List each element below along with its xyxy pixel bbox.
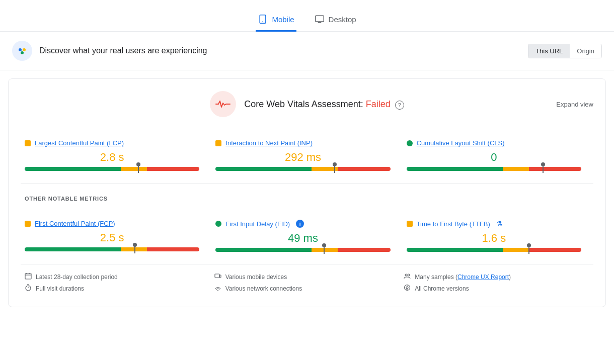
header-section: Discover what your real users are experi… <box>0 32 614 70</box>
metric-dot-cls <box>407 140 413 146</box>
metric-name-cls[interactable]: Cumulative Layout Shift (CLS) <box>417 139 505 147</box>
bar-orange-fid <box>312 248 338 252</box>
bar-green-inp <box>215 167 312 171</box>
metric-name-fid[interactable]: First Input Delay (FID) <box>225 220 290 228</box>
bar-orange-lcp <box>121 167 147 171</box>
svg-rect-2 <box>315 16 324 22</box>
progress-bar-inp <box>215 167 390 171</box>
network-icon <box>214 284 221 293</box>
metric-label-row-ttfb: Time to First Byte (TTFB)⚗ <box>407 220 581 228</box>
assessment-row: Core Web Vitals Assessment: Failed ? Exp… <box>21 79 593 121</box>
footer-col-3: Many samples (Chrome UX Report) All Chro… <box>404 272 589 293</box>
assessment-status: Failed <box>366 99 391 109</box>
this-url-button[interactable]: This URL <box>528 44 570 58</box>
info-icon[interactable]: i <box>296 220 304 228</box>
progress-bar-fid <box>215 248 390 252</box>
metric-dot-fid <box>215 221 221 227</box>
metric-label-row-fid: First Input Delay (FID)i <box>215 220 390 228</box>
bar-orange-ttfb <box>503 248 529 252</box>
metric-dot-lcp <box>25 140 31 146</box>
footer-samples-text: Many samples (Chrome UX Report) <box>415 274 511 281</box>
assessment-question-icon[interactable]: ? <box>395 101 404 110</box>
tab-bar: Mobile Desktop <box>0 0 614 32</box>
bar-marker-cls <box>543 165 544 173</box>
metric-fcp: First Contentful Paint (FCP) 2.5 s <box>21 212 211 260</box>
expand-view-button[interactable]: Expand view <box>556 101 593 108</box>
calendar-icon <box>25 272 32 281</box>
metric-label-row-cls: Cumulative Layout Shift (CLS) <box>407 139 581 147</box>
metric-ttfb: Time to First Byte (TTFB)⚗ 1.6 s <box>403 212 593 260</box>
bar-marker-inp <box>334 165 335 173</box>
assessment-icon <box>210 91 236 117</box>
metric-value-cls: 0 <box>407 151 581 164</box>
metric-name-ttfb[interactable]: Time to First Byte (TTFB) <box>417 220 490 228</box>
progress-track-cls <box>407 167 581 171</box>
footer-item-samples: Many samples (Chrome UX Report) <box>404 272 589 281</box>
svg-point-7 <box>23 48 26 51</box>
svg-rect-17 <box>219 275 221 278</box>
chrome-ux-link[interactable]: Chrome UX Report <box>457 274 509 281</box>
main-content-box: Core Web Vitals Assessment: Failed ? Exp… <box>8 78 606 307</box>
progress-track-fcp <box>25 247 199 251</box>
metric-value-inp: 292 ms <box>215 151 390 164</box>
url-origin-toggle: This URL Origin <box>528 44 602 58</box>
metric-cls: Cumulative Layout Shift (CLS) 0 <box>403 131 593 179</box>
vitals-icon <box>215 98 231 110</box>
crux-avatar <box>12 41 32 61</box>
footer-col-2: Various mobile devices Various network c… <box>214 272 400 293</box>
metric-label-row-inp: Interaction to Next Paint (INP) <box>215 139 390 147</box>
svg-rect-16 <box>215 274 219 278</box>
footer-col-1: Latest 28-day collection period Full vis… <box>25 272 210 293</box>
origin-button[interactable]: Origin <box>570 44 601 58</box>
assessment-title-static: Core Web Vitals Assessment: <box>244 99 363 109</box>
progress-track-lcp <box>25 167 199 171</box>
progress-bar-cls <box>407 167 581 171</box>
bar-green-lcp <box>25 167 121 171</box>
bar-red-fcp <box>147 247 199 251</box>
svg-point-1 <box>263 21 264 22</box>
footer-item-collection: Latest 28-day collection period <box>25 272 210 281</box>
svg-point-19 <box>405 274 407 276</box>
metric-dot-inp <box>215 140 221 146</box>
bar-green-ttfb <box>407 248 503 252</box>
footer-chrome-text: All Chrome versions <box>415 285 469 292</box>
metric-value-fcp: 2.5 s <box>25 231 199 244</box>
footer-collection-text: Latest 28-day collection period <box>36 274 118 281</box>
footer-network-text: Various network connections <box>225 285 302 292</box>
bar-green-fid <box>215 248 312 252</box>
footer-item-devices: Various mobile devices <box>214 272 400 281</box>
bar-red-inp <box>338 167 390 171</box>
footer-devices-text: Various mobile devices <box>225 274 287 281</box>
metric-value-ttfb: 1.6 s <box>407 232 581 245</box>
metric-value-lcp: 2.8 s <box>25 151 199 164</box>
people-icon <box>404 272 411 281</box>
metric-name-fcp[interactable]: First Contentful Paint (FCP) <box>35 220 115 227</box>
header-left: Discover what your real users are experi… <box>12 41 207 61</box>
footer-item-network: Various network connections <box>214 284 400 293</box>
bar-marker-ttfb <box>528 246 529 254</box>
metric-lcp: Largest Contentful Paint (LCP) 2.8 s <box>21 131 211 179</box>
footer-duration-text: Full visit durations <box>36 285 84 292</box>
svg-point-5 <box>16 44 29 57</box>
svg-point-22 <box>406 287 408 289</box>
progress-bar-fcp <box>25 247 199 251</box>
metric-name-inp[interactable]: Interaction to Next Paint (INP) <box>225 139 313 147</box>
svg-point-20 <box>408 274 410 276</box>
svg-point-18 <box>217 290 218 291</box>
metric-inp: Interaction to Next Paint (INP) 292 ms <box>211 131 402 179</box>
metric-label-row-fcp: First Contentful Paint (FCP) <box>25 220 199 227</box>
svg-rect-9 <box>25 274 31 279</box>
tab-mobile[interactable]: Mobile <box>256 8 296 32</box>
assessment-title-area: Core Web Vitals Assessment: Failed ? <box>244 99 404 110</box>
svg-point-8 <box>21 51 24 54</box>
bar-marker-fcp <box>134 245 135 253</box>
bar-marker-fid <box>324 246 325 254</box>
footer-item-chrome: All Chrome versions <box>404 284 589 293</box>
tab-desktop[interactable]: Desktop <box>313 8 358 32</box>
metric-value-fid: 49 ms <box>215 232 390 245</box>
bar-orange-cls <box>503 167 529 171</box>
metric-name-lcp[interactable]: Largest Contentful Paint (LCP) <box>35 139 124 147</box>
svg-point-6 <box>19 48 22 51</box>
bar-green-fcp <box>25 247 121 251</box>
tab-desktop-label: Desktop <box>329 15 356 24</box>
